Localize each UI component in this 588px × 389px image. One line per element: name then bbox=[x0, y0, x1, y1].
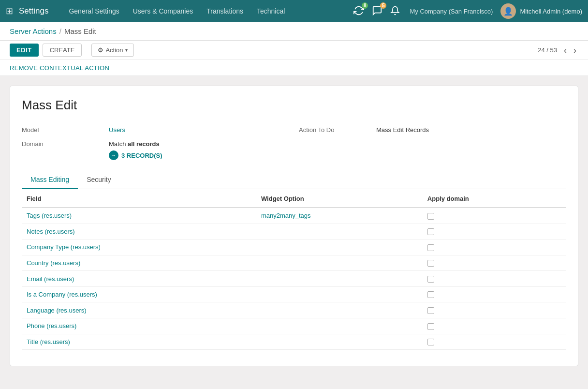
pagination: 24 / 53 ‹ › bbox=[538, 45, 578, 56]
records-count: 3 RECORD(S) bbox=[121, 152, 162, 159]
col-field: Field bbox=[22, 189, 256, 208]
model-label: Model bbox=[22, 124, 109, 135]
contextual-action-bar: REMOVE CONTEXTUAL ACTION bbox=[0, 60, 588, 76]
cell-widget[interactable]: many2many_tags bbox=[256, 208, 423, 224]
cell-widget[interactable] bbox=[256, 302, 423, 318]
apply-domain-checkbox[interactable] bbox=[427, 244, 434, 251]
cell-widget[interactable] bbox=[256, 271, 423, 287]
action-label: Action bbox=[105, 46, 123, 54]
col-widget-label: Widget Option bbox=[261, 195, 304, 202]
page-counter: 24 / 53 bbox=[538, 46, 557, 54]
cell-apply-domain[interactable] bbox=[423, 224, 566, 239]
nav-users-companies[interactable]: Users & Companies bbox=[126, 0, 200, 22]
chat-icon[interactable]: 5 bbox=[370, 3, 384, 19]
cell-apply-domain[interactable] bbox=[423, 239, 566, 255]
apply-domain-checkbox[interactable] bbox=[427, 260, 434, 267]
cell-apply-domain[interactable] bbox=[423, 302, 566, 318]
action-button[interactable]: ⚙ Action ▾ bbox=[91, 44, 133, 57]
cell-apply-domain[interactable] bbox=[423, 271, 566, 287]
cell-widget[interactable] bbox=[256, 318, 423, 334]
grid-menu-icon[interactable]: ⊞ bbox=[6, 6, 13, 16]
edit-button[interactable]: EDIT bbox=[10, 44, 39, 57]
cell-widget[interactable] bbox=[256, 239, 423, 255]
apply-domain-checkbox[interactable] bbox=[427, 323, 434, 330]
domain-bold: all records bbox=[128, 140, 160, 148]
cell-apply-domain[interactable] bbox=[423, 286, 566, 302]
apply-domain-checkbox[interactable] bbox=[427, 291, 434, 298]
cell-field[interactable]: Country (res.users) bbox=[22, 255, 256, 271]
nav-right-area: 8 5 My Company (San Francisco) 👤 Mitchel… bbox=[352, 3, 582, 19]
nav-translations[interactable]: Translations bbox=[200, 0, 250, 22]
nav-technical[interactable]: Technical bbox=[250, 0, 292, 22]
cell-field[interactable]: Email (res.users) bbox=[22, 271, 256, 287]
cell-widget[interactable] bbox=[256, 286, 423, 302]
table-row: Notes (res.users) bbox=[22, 224, 566, 239]
cell-apply-domain[interactable] bbox=[423, 334, 566, 350]
cell-field[interactable]: Tags (res.users) bbox=[22, 208, 256, 224]
cell-widget[interactable] bbox=[256, 224, 423, 239]
cell-widget[interactable] bbox=[256, 255, 423, 271]
cell-field[interactable]: Title (res.users) bbox=[22, 334, 256, 350]
sub-header: Server Actions / Mass Edit bbox=[0, 22, 588, 41]
apply-domain-checkbox[interactable] bbox=[427, 228, 434, 235]
breadcrumb-current: Mass Edit bbox=[64, 27, 96, 35]
tab-mass-editing[interactable]: Mass Editing bbox=[22, 171, 78, 189]
apply-domain-checkbox[interactable] bbox=[427, 276, 434, 283]
apply-domain-checkbox[interactable] bbox=[427, 307, 434, 314]
cell-field[interactable]: Company Type (res.users) bbox=[22, 239, 256, 255]
table-row: Title (res.users) bbox=[22, 334, 566, 350]
updates-icon[interactable]: 8 bbox=[352, 3, 366, 19]
cell-widget[interactable] bbox=[256, 334, 423, 350]
updates-badge: 8 bbox=[362, 2, 368, 9]
domain-prefix: Match bbox=[109, 140, 128, 148]
action-bar: EDIT CREATE ⚙ Action ▾ 24 / 53 ‹ › bbox=[0, 41, 588, 60]
breadcrumb-parent[interactable]: Server Actions bbox=[10, 27, 57, 35]
record-title: Mass Edit bbox=[22, 98, 566, 113]
cell-apply-domain[interactable] bbox=[423, 318, 566, 334]
cell-field[interactable]: Phone (res.users) bbox=[22, 318, 256, 334]
cell-apply-domain[interactable] bbox=[423, 255, 566, 271]
cell-apply-domain[interactable] bbox=[423, 208, 566, 224]
create-button[interactable]: CREATE bbox=[43, 44, 82, 57]
next-page-button[interactable]: › bbox=[572, 45, 578, 56]
prev-page-button[interactable]: ‹ bbox=[562, 45, 569, 56]
apply-domain-checkbox[interactable] bbox=[427, 339, 434, 345]
nav-general-settings[interactable]: General Settings bbox=[62, 0, 126, 22]
tab-security[interactable]: Security bbox=[78, 171, 120, 189]
apply-domain-checkbox[interactable] bbox=[427, 213, 434, 220]
activity-icon[interactable] bbox=[388, 4, 402, 19]
user-avatar: 👤 bbox=[500, 3, 516, 19]
col-field-label: Field bbox=[27, 195, 41, 202]
action-to-do-label: Action To Do bbox=[299, 124, 376, 135]
arrow-right-icon: → bbox=[109, 150, 118, 160]
main-content: Mass Edit Model Users Action To Do Mass … bbox=[0, 76, 588, 376]
tab-mass-editing-label: Mass Editing bbox=[30, 176, 69, 183]
mass-editing-table: Field Widget Option Apply domain Tags (r… bbox=[22, 189, 566, 350]
company-name[interactable]: My Company (San Francisco) bbox=[406, 8, 497, 15]
table-row: Company Type (res.users) bbox=[22, 239, 566, 255]
domain-label: Domain bbox=[22, 138, 109, 150]
tab-security-label: Security bbox=[87, 176, 111, 183]
col-apply-domain: Apply domain bbox=[423, 189, 566, 208]
cell-field[interactable]: Is a Company (res.users) bbox=[22, 286, 256, 302]
cell-field[interactable]: Language (res.users) bbox=[22, 302, 256, 318]
table-container: Field Widget Option Apply domain Tags (r… bbox=[22, 189, 566, 350]
action-to-do-value: Mass Edit Records bbox=[376, 124, 566, 135]
breadcrumb: Server Actions / Mass Edit bbox=[10, 27, 578, 35]
remove-contextual-action-link[interactable]: REMOVE CONTEXTUAL ACTION bbox=[10, 64, 109, 72]
domain-records-link[interactable]: → 3 RECORD(S) bbox=[109, 150, 566, 161]
user-menu[interactable]: 👤 Mitchell Admin (demo) bbox=[500, 3, 582, 19]
table-row: Language (res.users) bbox=[22, 302, 566, 318]
chat-badge: 5 bbox=[380, 2, 387, 9]
record-card: Mass Edit Model Users Action To Do Mass … bbox=[10, 86, 578, 366]
table-row: Tags (res.users) many2many_tags bbox=[22, 208, 566, 224]
table-row: Email (res.users) bbox=[22, 271, 566, 287]
col-apply-domain-label: Apply domain bbox=[427, 195, 469, 202]
model-value[interactable]: Users bbox=[109, 124, 299, 135]
user-name: Mitchell Admin (demo) bbox=[520, 8, 582, 15]
domain-text: Match all records bbox=[109, 138, 566, 150]
cell-field[interactable]: Notes (res.users) bbox=[22, 224, 256, 239]
table-row: Phone (res.users) bbox=[22, 318, 566, 334]
app-title: Settings bbox=[19, 6, 48, 16]
chevron-down-icon: ▾ bbox=[125, 47, 128, 53]
